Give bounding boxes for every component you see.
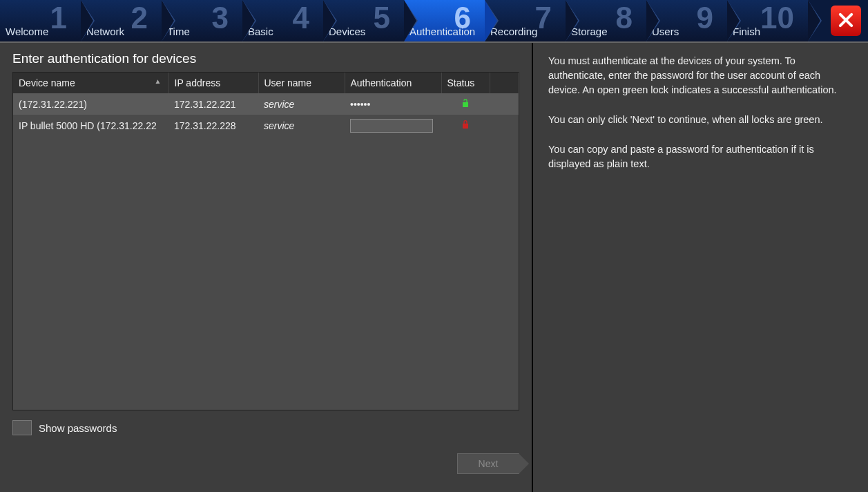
- help-text: You must authenticate at the devices of …: [548, 54, 853, 97]
- sort-asc-icon: ▲: [155, 77, 162, 85]
- col-header-label: Status: [447, 77, 475, 88]
- lock-closed-icon: [460, 121, 471, 132]
- wizard-step-number: 4: [293, 3, 309, 33]
- cell-auth: [345, 115, 441, 136]
- col-header-spacer: [490, 73, 519, 93]
- col-header-label: IP address: [175, 77, 221, 88]
- left-pane: Enter authentication for devices Device …: [0, 43, 533, 492]
- lock-open-icon: [460, 100, 471, 111]
- cell-user: service: [258, 93, 345, 115]
- wizard-step-number: 1: [50, 3, 67, 33]
- show-passwords-label: Show passwords: [39, 422, 117, 434]
- help-text: You can only click 'Next' to continue, w…: [548, 113, 853, 127]
- cell-user: service: [258, 115, 345, 136]
- col-header-user[interactable]: User name: [258, 73, 345, 93]
- cell-ip: 172.31.22.228: [168, 115, 258, 136]
- page-title: Enter authentication for devices: [12, 51, 519, 66]
- wizard-step-number: 10: [760, 3, 794, 33]
- close-button[interactable]: [831, 6, 861, 36]
- cell-device: IP bullet 5000 HD (172.31.22.22: [13, 115, 168, 136]
- next-button[interactable]: Next: [457, 453, 519, 474]
- wizard-step-number: 9: [697, 3, 713, 33]
- next-button-label: Next: [479, 458, 499, 469]
- cell-ip: 172.31.22.221: [168, 93, 258, 115]
- cell-auth: ••••••: [345, 93, 441, 115]
- col-header-label: Device name: [19, 77, 75, 88]
- table-row[interactable]: IP bullet 5000 HD (172.31.22.22 172.31.2…: [13, 115, 519, 136]
- col-header-device[interactable]: Device name ▲: [13, 73, 168, 93]
- show-passwords-checkbox[interactable]: [12, 420, 32, 435]
- wizard-step-welcome[interactable]: 1 Welcome: [0, 0, 81, 41]
- col-header-status[interactable]: Status: [441, 73, 490, 93]
- wizard-step-number: 8: [616, 3, 633, 33]
- col-header-auth[interactable]: Authentication: [345, 73, 441, 93]
- wizard-step-number: 5: [374, 3, 390, 33]
- col-header-ip[interactable]: IP address: [168, 73, 258, 93]
- wizard-step-label: Authentication: [409, 26, 475, 37]
- wizard-step-label: Recording: [490, 26, 537, 37]
- help-pane: You must authenticate at the devices of …: [533, 43, 868, 492]
- cell-status: [441, 93, 490, 115]
- col-header-label: User name: [264, 77, 311, 88]
- wizard-step-number: 3: [212, 3, 229, 33]
- wizard-nav: 1 Welcome 2 Network 3 Time 4 Basic 5 Dev…: [0, 0, 868, 41]
- show-passwords-row: Show passwords: [12, 420, 519, 435]
- device-table: Device name ▲ IP address User name Authe…: [12, 72, 519, 410]
- cell-status: [441, 115, 490, 136]
- cell-device: (172.31.22.221): [13, 93, 168, 115]
- help-text: You can copy and paste a password for au…: [548, 142, 853, 171]
- table-row[interactable]: (172.31.22.221) 172.31.22.221 service ••…: [13, 93, 519, 115]
- close-icon: [836, 10, 856, 32]
- wizard-step-number: 2: [131, 3, 148, 33]
- wizard-step-label: Welcome: [6, 26, 48, 37]
- password-input[interactable]: [350, 119, 433, 133]
- col-header-label: Authentication: [351, 77, 412, 88]
